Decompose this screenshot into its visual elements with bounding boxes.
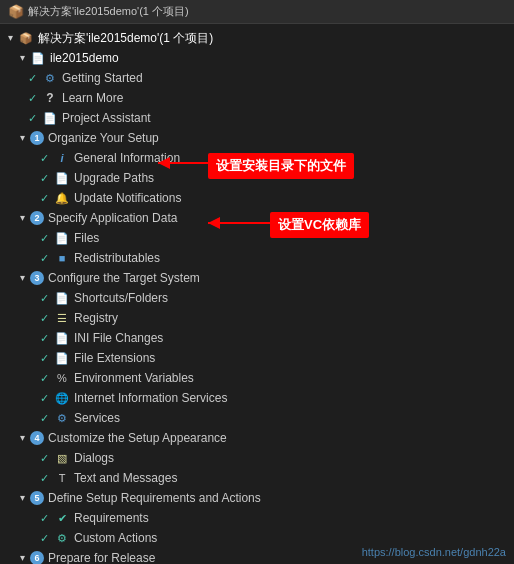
arrow-down-icon (16, 552, 28, 564)
tree-item-dialogs[interactable]: ✓ ▧ Dialogs (0, 448, 514, 468)
tree-item-project-assistant[interactable]: ✓ 📄 Project Assistant (0, 108, 514, 128)
project-icon: 📄 (30, 50, 46, 66)
tree-item-configure-target[interactable]: 3 Configure the Target System (0, 268, 514, 288)
check-mark: ✓ (28, 92, 40, 105)
dialogs-icon: ▧ (54, 450, 70, 466)
file-extensions-label: File Extensions (74, 351, 155, 365)
custom-actions-label: Custom Actions (74, 531, 157, 545)
num6-icon: 6 (30, 551, 44, 564)
tree-item-redistributables[interactable]: ✓ ■ Redistributables (0, 248, 514, 268)
check-mark: ✓ (40, 152, 52, 165)
redist-icon: ■ (54, 250, 70, 266)
tree-item-update-notifications[interactable]: ✓ 🔔 Update Notifications (0, 188, 514, 208)
tree-item-getting-started[interactable]: ✓ ⚙ Getting Started (0, 68, 514, 88)
check-mark: ✓ (40, 452, 52, 465)
check-mark: ✓ (28, 112, 40, 125)
services-label: Services (74, 411, 120, 425)
red-arrow-2 (200, 208, 274, 238)
tree-item-file-extensions[interactable]: ✓ 📄 File Extensions (0, 348, 514, 368)
callout-1-text: 设置安装目录下的文件 (216, 158, 346, 173)
check-mark: ✓ (40, 512, 52, 525)
env-vars-label: Environment Variables (74, 371, 194, 385)
tree-item-organize[interactable]: 1 Organize Your Setup (0, 128, 514, 148)
dialogs-label: Dialogs (74, 451, 114, 465)
tree-item-requirements[interactable]: ✓ ✔ Requirements (0, 508, 514, 528)
fileext-icon: 📄 (54, 350, 70, 366)
registry-icon: ☰ (54, 310, 70, 326)
check-mark: ✓ (40, 392, 52, 405)
info-icon: i (54, 150, 70, 166)
check-mark: ✓ (40, 532, 52, 545)
num2-icon: 2 (30, 211, 44, 225)
question-icon: ? (42, 90, 58, 106)
arrow-down-icon (16, 492, 28, 504)
check-mark: ✓ (40, 292, 52, 305)
top-header: 📦 解决方案'ile2015demo'(1 个项目) (0, 0, 514, 24)
gear-icon: ⚙ (42, 70, 58, 86)
tree-item-project[interactable]: 📄 ile2015demo (0, 48, 514, 68)
tree-item-shortcuts[interactable]: ✓ 📄 Shortcuts/Folders (0, 288, 514, 308)
tree-item-learn-more[interactable]: ✓ ? Learn More (0, 88, 514, 108)
shortcuts-label: Shortcuts/Folders (74, 291, 168, 305)
num3-icon: 3 (30, 271, 44, 285)
prepare-release-label: Prepare for Release (48, 551, 155, 564)
check-mark: ✓ (40, 332, 52, 345)
requirements-label: Requirements (74, 511, 149, 525)
tree-item-define-setup[interactable]: 5 Define Setup Requirements and Actions (0, 488, 514, 508)
customize-label: Customize the Setup Appearance (48, 431, 227, 445)
header-icon: 📦 (8, 4, 24, 20)
tree-item-env-vars[interactable]: ✓ % Environment Variables (0, 368, 514, 388)
arrow-down-icon (16, 132, 28, 144)
tree-item-text-messages[interactable]: ✓ T Text and Messages (0, 468, 514, 488)
ini-label: INI File Changes (74, 331, 163, 345)
arrow-down-icon (16, 212, 28, 224)
getting-started-label: Getting Started (62, 71, 143, 85)
watermark: https://blog.csdn.net/gdnh22a (362, 546, 506, 558)
check-mark: ✓ (40, 172, 52, 185)
check-mark: ✓ (40, 192, 52, 205)
solution-label: 解决方案'ile2015demo'(1 个项目) (38, 30, 213, 47)
arrow-down-icon (16, 52, 28, 64)
num1-icon: 1 (30, 131, 44, 145)
check-mark: ✓ (40, 472, 52, 485)
project-label: ile2015demo (50, 51, 119, 65)
notif-icon: 🔔 (54, 190, 70, 206)
solution-icon: 📦 (18, 30, 34, 46)
text-messages-label: Text and Messages (74, 471, 177, 485)
check-mark: ✓ (40, 352, 52, 365)
req-icon: ✔ (54, 510, 70, 526)
configure-target-label: Configure the Target System (48, 271, 200, 285)
services-icon: ⚙ (54, 410, 70, 426)
upgrade-icon: 📄 (54, 170, 70, 186)
tree-item-iis[interactable]: ✓ 🌐 Internet Information Services (0, 388, 514, 408)
watermark-text: https://blog.csdn.net/gdnh22a (362, 546, 506, 558)
tree-item-solution[interactable]: 📦 解决方案'ile2015demo'(1 个项目) (0, 28, 514, 48)
arrow-down-icon (16, 272, 28, 284)
check-mark: ✓ (40, 252, 52, 265)
registry-label: Registry (74, 311, 118, 325)
check-mark: ✓ (40, 372, 52, 385)
redistributables-label: Redistributables (74, 251, 160, 265)
env-icon: % (54, 370, 70, 386)
define-setup-label: Define Setup Requirements and Actions (48, 491, 261, 505)
num4-icon: 4 (30, 431, 44, 445)
arrow-down-icon (4, 32, 16, 44)
tree-item-ini[interactable]: ✓ 📄 INI File Changes (0, 328, 514, 348)
check-mark: ✓ (28, 72, 40, 85)
iis-icon: 🌐 (54, 390, 70, 406)
check-mark: ✓ (40, 412, 52, 425)
tree-item-services[interactable]: ✓ ⚙ Services (0, 408, 514, 428)
files-label: Files (74, 231, 99, 245)
check-mark: ✓ (40, 312, 52, 325)
tree-item-custom-actions[interactable]: ✓ ⚙ Custom Actions (0, 528, 514, 548)
ini-icon: 📄 (54, 330, 70, 346)
files-icon: 📄 (54, 230, 70, 246)
tree-item-registry[interactable]: ✓ ☰ Registry (0, 308, 514, 328)
tree-item-customize[interactable]: 4 Customize the Setup Appearance (0, 428, 514, 448)
upgrade-paths-label: Upgrade Paths (74, 171, 154, 185)
organize-label: Organize Your Setup (48, 131, 159, 145)
tree-container: 📦 解决方案'ile2015demo'(1 个项目) 📄 ile2015demo… (0, 24, 514, 564)
callout-1: 设置安装目录下的文件 (208, 153, 354, 179)
num5-icon: 5 (30, 491, 44, 505)
specify-app-label: Specify Application Data (48, 211, 177, 225)
